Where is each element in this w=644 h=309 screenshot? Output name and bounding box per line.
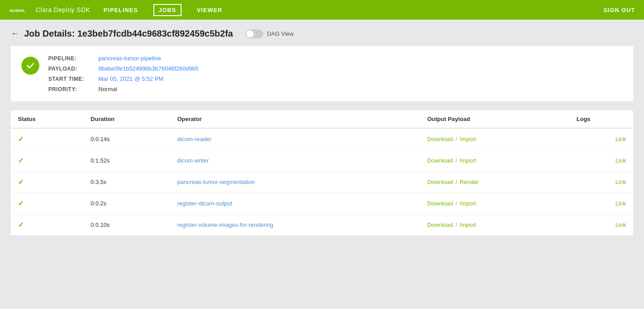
cell-output-1: Download / Import: [420, 150, 569, 171]
start-time-label: START TIME:: [48, 76, 93, 82]
cell-output-4: Download / Import: [420, 214, 569, 236]
nvidia-logo-group: NVIDIA: [9, 4, 25, 16]
pipeline-value: pancreas-tumor-pipeline: [98, 55, 161, 62]
cell-status-1: ✓: [11, 150, 84, 171]
cell-operator-4: register-volume-images-for-rendering: [170, 214, 420, 236]
operators-table: Status Duration Operator Output Payload …: [11, 110, 633, 235]
cell-operator-1: dicom-writer: [170, 150, 420, 171]
page-content: ← Job Details: 1e3beb7fcdb44c9683cf89245…: [0, 20, 644, 244]
job-info-card: PIPELINE: pancreas-tumor-pipeline PAYLOA…: [11, 46, 633, 101]
nav-jobs[interactable]: JOBS: [153, 4, 182, 16]
cell-output-2: Download / Render: [420, 171, 569, 193]
table-body: ✓ 0:0.14s dicom-reader Download / Import…: [11, 128, 633, 235]
svg-text:NVIDIA: NVIDIA: [10, 8, 25, 13]
cell-duration-1: 0:1.52s: [84, 150, 170, 171]
output-download-link-4[interactable]: Download: [427, 221, 453, 228]
nav-pipelines[interactable]: PIPELINES: [99, 5, 143, 15]
col-operator: Operator: [170, 110, 420, 128]
output-separator-2: /: [456, 179, 459, 185]
operator-link-2[interactable]: pancreas-tumor-segmentation: [177, 179, 254, 185]
status-check-1: ✓: [18, 157, 24, 164]
nav-viewer[interactable]: VIEWER: [192, 5, 227, 15]
output-action-link-4[interactable]: Import: [460, 221, 476, 228]
table-header-row: Status Duration Operator Output Payload …: [11, 110, 633, 128]
payload-value: 9babe0fe1b524996b3b76046f260d9b5: [98, 65, 199, 72]
output-separator-3: /: [456, 200, 459, 207]
priority-value: Normal: [98, 86, 117, 92]
cell-logs-1: Link: [569, 150, 633, 171]
cell-duration-2: 0:3.5s: [84, 171, 170, 193]
col-status: Status: [11, 110, 84, 128]
logs-link-3[interactable]: Link: [615, 200, 626, 207]
output-download-link-1[interactable]: Download: [427, 157, 453, 164]
cell-status-2: ✓: [11, 171, 84, 193]
logs-link-2[interactable]: Link: [615, 179, 626, 185]
back-button[interactable]: ←: [11, 29, 19, 38]
table-row: ✓ 0:1.52s dicom-writer Download / Import…: [11, 150, 633, 171]
output-download-link-2[interactable]: Download: [427, 179, 453, 185]
table-row: ✓ 0:0.14s dicom-reader Download / Import…: [11, 128, 633, 150]
dag-view-label: DAG View: [267, 30, 294, 37]
output-action-link-0[interactable]: Import: [460, 136, 476, 142]
start-time-value: Mar 05, 2021 @ 5:52 PM: [98, 75, 163, 82]
header: NVIDIA Clara Deploy SDK PIPELINES JOBS V…: [0, 0, 644, 20]
output-action-link-2[interactable]: Render: [460, 179, 479, 185]
dag-view-toggle-group: DAG View: [246, 29, 294, 38]
col-logs: Logs: [569, 110, 633, 128]
cell-duration-4: 0:0.10s: [84, 214, 170, 236]
job-info-fields: PIPELINE: pancreas-tumor-pipeline PAYLOA…: [48, 55, 199, 92]
cell-operator-3: register-dicom-output: [170, 193, 420, 214]
cell-status-0: ✓: [11, 128, 84, 150]
output-action-link-3[interactable]: Import: [460, 200, 476, 207]
operator-link-0[interactable]: dicom-reader: [177, 136, 212, 142]
status-check-4: ✓: [18, 221, 24, 229]
col-output-payload: Output Payload: [420, 110, 569, 128]
logs-link-1[interactable]: Link: [615, 157, 626, 164]
cell-logs-3: Link: [569, 193, 633, 214]
job-status-icon: [21, 57, 39, 75]
page-title: Job Details: 1e3beb7fcdb44c9683cf892459c…: [24, 29, 233, 39]
cell-duration-3: 0:0.2s: [84, 193, 170, 214]
checkmark-icon: [26, 61, 35, 70]
cell-duration-0: 0:0.14s: [84, 128, 170, 150]
operator-link-3[interactable]: register-dicom-output: [177, 200, 232, 207]
operators-table-wrapper: Status Duration Operator Output Payload …: [11, 110, 633, 235]
table-row: ✓ 0:0.2s register-dicom-output Download …: [11, 193, 633, 214]
output-download-link-0[interactable]: Download: [427, 136, 453, 142]
status-check-2: ✓: [18, 178, 24, 186]
status-check-0: ✓: [18, 135, 24, 143]
operator-link-4[interactable]: register-volume-images-for-rendering: [177, 221, 273, 228]
output-download-link-3[interactable]: Download: [427, 200, 453, 207]
payload-row: PAYLOAD: 9babe0fe1b524996b3b76046f260d9b…: [48, 65, 199, 72]
cell-output-3: Download / Import: [420, 193, 569, 214]
pipeline-label: PIPELINE:: [48, 55, 93, 62]
output-separator-1: /: [456, 157, 459, 164]
logs-link-0[interactable]: Link: [615, 136, 626, 142]
nvidia-logo-icon: NVIDIA: [9, 4, 25, 16]
operator-link-1[interactable]: dicom-writer: [177, 157, 209, 164]
cell-operator-2: pancreas-tumor-segmentation: [170, 171, 420, 193]
cell-logs-4: Link: [569, 214, 633, 236]
cell-output-0: Download / Import: [420, 128, 569, 150]
output-action-link-1[interactable]: Import: [460, 157, 476, 164]
dag-view-toggle-switch[interactable]: [246, 29, 263, 38]
page-title-row: ← Job Details: 1e3beb7fcdb44c9683cf89245…: [11, 29, 633, 39]
app-name: Clara Deploy SDK: [36, 6, 90, 13]
sign-out-button[interactable]: SIGN OUT: [603, 7, 635, 13]
output-separator-4: /: [456, 221, 459, 228]
priority-row: PRIORITY: Normal: [48, 86, 199, 92]
start-time-row: START TIME: Mar 05, 2021 @ 5:52 PM: [48, 75, 199, 82]
pipeline-row: PIPELINE: pancreas-tumor-pipeline: [48, 55, 199, 62]
table-row: ✓ 0:3.5s pancreas-tumor-segmentation Dow…: [11, 171, 633, 193]
cell-logs-0: Link: [569, 128, 633, 150]
payload-label: PAYLOAD:: [48, 66, 93, 72]
logs-link-4[interactable]: Link: [615, 221, 626, 228]
col-duration: Duration: [84, 110, 170, 128]
cell-status-4: ✓: [11, 214, 84, 236]
main-nav: PIPELINES JOBS VIEWER: [99, 4, 227, 16]
priority-label: PRIORITY:: [48, 86, 93, 92]
cell-logs-2: Link: [569, 171, 633, 193]
table-row: ✓ 0:0.10s register-volume-images-for-ren…: [11, 214, 633, 236]
output-separator-0: /: [456, 136, 459, 142]
cell-status-3: ✓: [11, 193, 84, 214]
